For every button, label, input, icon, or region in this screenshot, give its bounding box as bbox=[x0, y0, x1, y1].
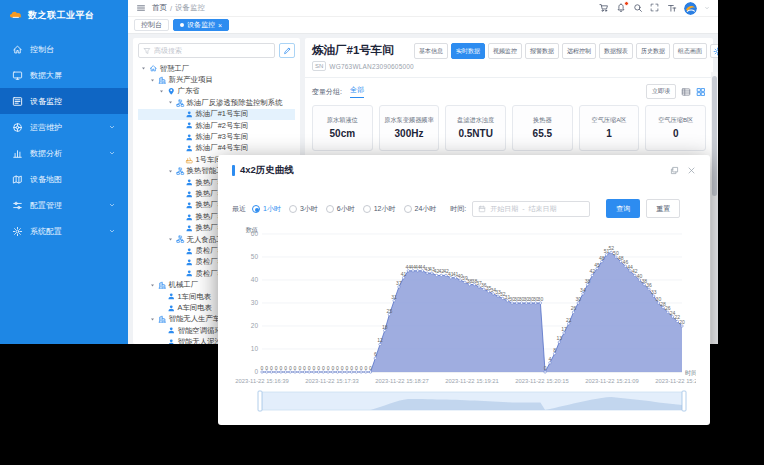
svg-text:2023-11-22 15:19:21: 2023-11-22 15:19:21 bbox=[445, 378, 498, 384]
read-now-button[interactable]: 立即读 bbox=[646, 84, 676, 99]
history-line-chart[interactable]: 0102030405060000000000000000000000000612… bbox=[232, 226, 696, 418]
user-menu-caret-icon[interactable] bbox=[704, 5, 710, 11]
search-icon[interactable] bbox=[633, 3, 643, 13]
sidebar-item-device-monitor[interactable]: 设备监控 bbox=[0, 88, 128, 114]
tree-edit-button[interactable] bbox=[279, 43, 295, 58]
sidebar-item-system-config[interactable]: 系统配置 bbox=[0, 218, 128, 244]
svg-text:37: 37 bbox=[396, 280, 402, 286]
tree-node[interactable]: 智慧工厂 bbox=[138, 63, 295, 74]
scrollbar[interactable] bbox=[711, 72, 718, 344]
remote-control-button[interactable]: 远程控制 bbox=[562, 43, 596, 59]
ops-icon bbox=[12, 122, 23, 133]
svg-text:0: 0 bbox=[298, 365, 301, 371]
title-accent-bar bbox=[232, 165, 235, 176]
tree-node[interactable]: 炼油厂#1号车间 bbox=[138, 109, 295, 120]
radio-24h[interactable]: 24小时 bbox=[404, 204, 437, 214]
tree-caret-icon[interactable] bbox=[167, 236, 174, 243]
tree-node-label: 炼油厂反渗透预除盐控制系统 bbox=[187, 98, 283, 108]
collapse-menu-icon[interactable] bbox=[136, 3, 146, 13]
tree-node-label: 智慧工厂 bbox=[160, 64, 190, 74]
svg-text:0: 0 bbox=[270, 365, 273, 371]
tree-node[interactable]: 新兴产业项目 bbox=[138, 74, 295, 85]
tab-console[interactable]: 控制台 bbox=[134, 19, 169, 31]
sidebar-item-operations[interactable]: 运营维护 bbox=[0, 114, 128, 140]
breadcrumb: 首页 / 设备监控 bbox=[152, 3, 205, 13]
avatar[interactable] bbox=[684, 2, 697, 15]
sidebar-item-device-map[interactable]: 设备地图 bbox=[0, 166, 128, 192]
panel-settings-button[interactable] bbox=[710, 44, 718, 58]
bell-icon[interactable] bbox=[616, 3, 626, 13]
maximize-icon[interactable] bbox=[670, 166, 679, 175]
variable-card[interactable]: 原水箱液位50cm bbox=[312, 105, 373, 151]
grid-view-icon[interactable] bbox=[696, 87, 706, 97]
tab-device-monitor[interactable]: 设备监控× bbox=[173, 19, 229, 31]
alarm-data-button[interactable]: 报警数据 bbox=[525, 43, 559, 59]
tree-caret-icon[interactable] bbox=[167, 99, 174, 106]
tree-search-box[interactable] bbox=[138, 43, 275, 58]
variable-value: 0 bbox=[673, 128, 679, 139]
basic-info-button[interactable]: 基本信息 bbox=[414, 43, 448, 59]
tree-caret-icon[interactable] bbox=[167, 168, 174, 175]
svg-text:30: 30 bbox=[538, 296, 544, 302]
variable-card[interactable]: 盘滤进水浊度0.5NTU bbox=[445, 105, 506, 151]
sidebar-item-console[interactable]: 控制台 bbox=[0, 36, 128, 62]
tree-caret-icon[interactable] bbox=[149, 282, 156, 289]
sidebar-item-label: 系统配置 bbox=[30, 226, 62, 237]
tree-node[interactable]: 炼油厂#3号车间 bbox=[138, 131, 295, 142]
tree-node[interactable]: 广东省 bbox=[138, 86, 295, 97]
radio-6h[interactable]: 6小时 bbox=[326, 204, 355, 214]
device-action-buttons: 基本信息实时数据视频监控报警数据远程控制数据报表历史数据组态画面 bbox=[414, 43, 718, 59]
video-monitor-button[interactable]: 视频监控 bbox=[488, 43, 522, 59]
tree-caret-icon[interactable] bbox=[140, 65, 147, 72]
tree-node[interactable]: 炼油厂#4号车间 bbox=[138, 143, 295, 154]
sidebar-item-label: 运营维护 bbox=[30, 122, 62, 133]
fullscreen-icon[interactable] bbox=[650, 3, 660, 13]
screen-icon bbox=[12, 70, 23, 81]
sidebar-item-data-analysis[interactable]: 数据分析 bbox=[0, 140, 128, 166]
tree-node[interactable]: 炼油厂#2号车间 bbox=[138, 120, 295, 131]
tree-caret-icon[interactable] bbox=[149, 316, 156, 323]
cart-icon[interactable] bbox=[599, 3, 609, 13]
radio-dot bbox=[289, 205, 297, 213]
chevron-down-icon bbox=[108, 201, 116, 209]
query-button[interactable]: 查询 bbox=[606, 199, 640, 218]
radio-dot bbox=[326, 205, 334, 213]
person-icon bbox=[167, 326, 176, 335]
svg-text:13: 13 bbox=[557, 335, 563, 341]
tree-caret-icon[interactable] bbox=[158, 88, 165, 95]
list-view-icon[interactable] bbox=[681, 87, 691, 97]
variable-card[interactable]: 换热器65.5 bbox=[512, 105, 573, 151]
scada-view-button[interactable]: 组态画面 bbox=[673, 43, 707, 59]
scrollbar-thumb[interactable] bbox=[712, 76, 717, 196]
tree-caret-icon[interactable] bbox=[149, 77, 156, 84]
svg-text:17: 17 bbox=[561, 326, 567, 332]
history-data-button[interactable]: 历史数据 bbox=[636, 43, 670, 59]
font-size-icon[interactable] bbox=[667, 3, 677, 13]
group-tab-all[interactable]: 全部 bbox=[350, 85, 364, 98]
radio-1h[interactable]: 1小时 bbox=[252, 204, 281, 214]
tab-close-icon[interactable]: × bbox=[218, 22, 222, 29]
realtime-data-button[interactable]: 实时数据 bbox=[451, 43, 485, 59]
sidebar-item-data-screen[interactable]: 数据大屏 bbox=[0, 62, 128, 88]
breadcrumb-home[interactable]: 首页 bbox=[152, 3, 167, 13]
radio-3h[interactable]: 3小时 bbox=[289, 204, 318, 214]
svg-text:0: 0 bbox=[341, 365, 344, 371]
date-range-picker[interactable]: 开始日期 - 结束日期 bbox=[472, 201, 590, 217]
tree-node[interactable]: 炼油厂反渗透预除盐控制系统 bbox=[138, 97, 295, 108]
person-icon bbox=[185, 190, 194, 199]
variable-card[interactable]: 原水泵变频器频率300Hz bbox=[379, 105, 440, 151]
close-icon[interactable] bbox=[687, 166, 696, 175]
sidebar-item-config-mgmt[interactable]: 配置管理 bbox=[0, 192, 128, 218]
person-icon bbox=[185, 258, 194, 267]
tree-search-input[interactable] bbox=[154, 47, 270, 54]
data-report-button[interactable]: 数据报表 bbox=[599, 43, 633, 59]
group-label: 变量分组: bbox=[312, 87, 342, 97]
svg-text:2023-11-22 15:18:27: 2023-11-22 15:18:27 bbox=[375, 378, 428, 384]
variable-card[interactable]: 空气压缩A区1 bbox=[579, 105, 640, 151]
reset-button[interactable]: 重置 bbox=[646, 199, 680, 218]
radio-12h[interactable]: 12小时 bbox=[363, 204, 396, 214]
person-icon bbox=[185, 269, 194, 278]
radio-label: 1小时 bbox=[263, 204, 281, 214]
sidebar-menu: 控制台数据大屏设备监控运营维护数据分析设备地图配置管理系统配置 bbox=[0, 36, 128, 244]
variable-card[interactable]: 空气压缩B区0 bbox=[645, 105, 706, 151]
